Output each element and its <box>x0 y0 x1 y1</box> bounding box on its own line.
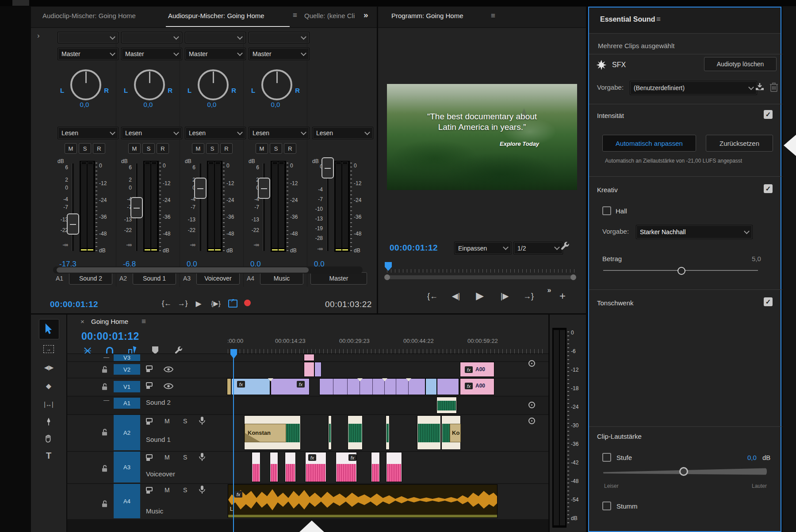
tab-menu-icon[interactable]: ≡ <box>293 11 297 20</box>
audio-clip[interactable] <box>386 452 402 482</box>
audio-clip[interactable]: fx <box>336 452 357 482</box>
video-clip[interactable] <box>304 362 314 377</box>
audio-clip[interactable] <box>270 452 278 482</box>
v2-eye-icon[interactable] <box>164 366 173 374</box>
record-arm-button[interactable]: R <box>220 143 233 154</box>
pan-value[interactable]: 0,0 <box>244 101 307 108</box>
v1-lock-icon[interactable] <box>102 383 108 392</box>
audio-clip[interactable] <box>417 415 441 450</box>
automation-mode-dropdown[interactable]: Lesen <box>249 127 310 139</box>
play-icon[interactable]: ▶ <box>472 288 488 303</box>
a3-solo-button[interactable]: S <box>183 454 187 461</box>
a4-mic-icon[interactable] <box>199 485 205 496</box>
a4-mute-button[interactable]: M <box>165 486 170 494</box>
video-clip[interactable] <box>227 378 231 395</box>
a3-track-name[interactable]: Voiceover <box>146 470 175 478</box>
selection-tool[interactable] <box>31 321 66 337</box>
track-name-button[interactable]: Music <box>260 272 303 285</box>
insert-slot-dropdown[interactable] <box>185 32 246 43</box>
a4-sync-lock-icon[interactable] <box>146 487 153 496</box>
record-arm-button[interactable]: R <box>157 143 169 154</box>
a3-mic-icon[interactable] <box>199 452 205 463</box>
mute-button[interactable]: M <box>192 143 204 154</box>
track-header-a4[interactable]: A4 <box>114 484 140 518</box>
keyframe-navigator-icon[interactable] <box>528 360 535 367</box>
panel-overflow-icon[interactable]: » <box>364 10 368 20</box>
video-clip[interactable] <box>304 354 314 361</box>
goto-in-icon[interactable]: {← <box>425 289 440 303</box>
music-clip[interactable]: fx L <box>228 484 498 518</box>
volume-fader[interactable] <box>194 178 207 199</box>
v2-lock-icon[interactable] <box>102 366 108 375</box>
reverb-preset-dropdown[interactable]: Starker Nachhall <box>636 225 753 239</box>
track-name-button[interactable]: Sound 2 <box>69 272 112 285</box>
pan-value[interactable]: 0,0 <box>180 101 243 108</box>
a1-track-name[interactable]: Sound 2 <box>146 399 171 406</box>
record-arm-button[interactable]: R <box>93 143 105 154</box>
video-clip[interactable]: fx <box>231 378 270 395</box>
v2-sync-lock-icon[interactable] <box>146 365 153 374</box>
es-menu-icon[interactable]: ≡ <box>656 15 661 24</box>
program-menu-icon[interactable]: ≡ <box>491 11 495 20</box>
video-clip[interactable] <box>314 362 321 377</box>
automation-mode-dropdown[interactable]: Lesen <box>185 127 246 139</box>
program-time-ruler[interactable] <box>387 268 577 273</box>
program-zoom-scrollbar[interactable] <box>385 275 575 279</box>
mute-button[interactable]: M <box>256 143 268 154</box>
zoom-handle-right[interactable] <box>570 274 576 280</box>
loop-icon[interactable]: ↗ <box>228 300 237 308</box>
goto-out-icon[interactable]: →} <box>175 297 190 310</box>
expand-panel-arrow[interactable] <box>299 521 324 532</box>
goto-in-icon[interactable]: {← <box>159 297 174 310</box>
a3-lock-icon[interactable] <box>102 465 108 474</box>
button-editor-overflow-icon[interactable]: » <box>543 285 555 296</box>
mixer-scrollbar-thumb[interactable] <box>57 267 309 273</box>
track-header-a1[interactable]: A1 <box>114 398 140 409</box>
video-clip[interactable]: fx A00 <box>460 362 494 377</box>
keyframe-navigator-icon[interactable] <box>528 418 535 424</box>
a2-mic-icon[interactable] <box>199 416 205 427</box>
video-clip[interactable]: fx <box>271 378 310 395</box>
audio-clip[interactable] <box>348 415 363 450</box>
tab-audioclip-mixer[interactable]: Audioclip-Mischer: Going Home <box>42 12 136 19</box>
fader-track[interactable] <box>72 163 74 251</box>
creative-checkbox[interactable]: ✓ <box>764 184 773 193</box>
a2-lock-icon[interactable] <box>102 429 108 438</box>
amount-value[interactable]: 5,0 <box>752 255 761 262</box>
a2-mute-button[interactable]: M <box>165 418 170 425</box>
audio-clip[interactable] <box>328 415 332 450</box>
loudness-checkbox[interactable]: ✓ <box>764 110 773 119</box>
solo-button[interactable]: S <box>206 143 218 154</box>
a2-track-name[interactable]: Sound 1 <box>146 436 171 443</box>
v3-lock-dash[interactable]: — <box>103 354 109 361</box>
fx-badge[interactable]: fx <box>465 366 473 373</box>
fx-badge[interactable]: fx <box>348 454 356 461</box>
audio-clip[interactable] <box>371 452 380 482</box>
tab-sequence[interactable]: Going Home <box>91 318 128 325</box>
track-name-button[interactable]: Master <box>310 272 367 285</box>
program-video-frame[interactable]: “The best documentary about Latin Americ… <box>387 84 577 190</box>
mute-button[interactable]: M <box>128 143 141 154</box>
auto-match-button[interactable]: Automatisch anpassen <box>602 135 696 152</box>
razor-tool[interactable]: ◆ <box>31 379 66 392</box>
fx-badge[interactable]: fx <box>237 381 245 388</box>
audio-clip[interactable]: Konstan <box>244 415 301 450</box>
volume-fader[interactable] <box>258 178 270 199</box>
track-header-v1[interactable]: V1 <box>114 381 140 392</box>
audio-clip[interactable] <box>252 452 260 482</box>
mixer-scrollbar-track[interactable] <box>53 266 363 274</box>
track-header-v3[interactable]: V3 <box>114 354 140 361</box>
amount-slider-knob[interactable] <box>677 267 685 275</box>
tab-program[interactable]: Programm: Going Home <box>391 12 463 19</box>
video-clip[interactable] <box>425 378 437 395</box>
solo-button[interactable]: S <box>270 143 282 154</box>
delete-preset-icon[interactable] <box>769 82 778 94</box>
automation-mode-dropdown[interactable]: Lesen <box>312 127 373 139</box>
fx-badge[interactable]: fx <box>297 381 305 388</box>
pan-knob[interactable] <box>134 69 165 100</box>
pan-value[interactable]: 0,0 <box>53 101 116 108</box>
pan-knob[interactable] <box>70 69 101 100</box>
track-header-a2[interactable]: A2 <box>114 415 140 450</box>
automation-mode-dropdown[interactable]: Lesen <box>121 127 182 139</box>
step-back-icon[interactable]: ◀| <box>448 289 464 303</box>
